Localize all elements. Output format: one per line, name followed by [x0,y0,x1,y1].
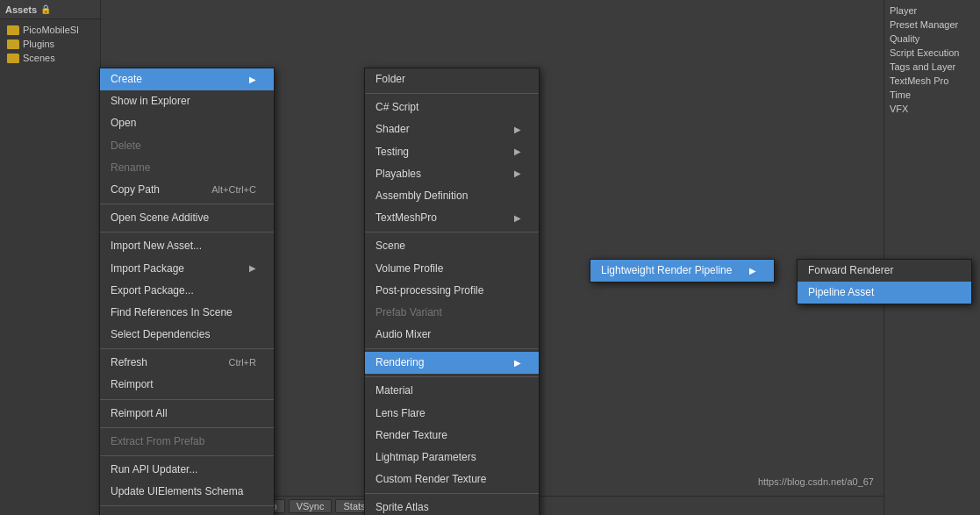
menu-item[interactable]: Playables▶ [365,163,539,185]
menu-item-label: Playables [376,166,421,182]
menu-item-label: Refresh [111,354,147,371]
menu-item-label: Lens Flare [376,405,426,422]
assets-items: PicoMobileSlPluginsScenes [0,19,100,68]
menu-item[interactable]: Lightmap Parameters [365,447,539,469]
submenu-arrow-icon: ▶ [514,123,521,137]
menu-separator [100,232,274,232]
menu-item[interactable]: Delete [100,135,274,157]
menu-item-label: Render Texture [376,427,447,444]
menu-separator [100,399,274,400]
menu-item-label: Update UIElements Schema [111,483,243,500]
menu-item[interactable]: Custom Render Texture [365,469,539,490]
rendering-submenu: Lightweight Render Pipeline▶ [590,259,775,283]
menu-separator [365,348,539,349]
right-panel-item[interactable]: Quality [890,32,975,46]
menu-item[interactable]: Copy PathAlt+Ctrl+C [100,179,274,201]
menu-item[interactable]: Import Package▶ [100,258,274,280]
submenu-arrow-icon: ▶ [514,356,521,370]
menu-separator [100,348,274,349]
menu-item[interactable]: Forward Renderer [798,260,971,282]
menu-item[interactable]: RefreshCtrl+R [100,352,274,374]
menu-separator [100,204,274,204]
menu-item[interactable]: Export Package... [100,280,274,302]
menu-item[interactable]: Volume Profile [365,258,539,280]
menu-item-label: Folder [376,71,405,88]
menu-item[interactable]: Show in Explorer [100,90,274,112]
menu-item[interactable]: Render Texture [365,425,539,447]
right-panel-item[interactable]: TextMesh Pro [890,74,975,88]
menu-item[interactable]: Pipeline Asset [798,282,971,304]
menu-item-label: Audio Mixer [376,326,431,343]
menu-item-label: Rename [111,160,150,176]
folder-icon [7,39,19,49]
menu-item[interactable]: Testing▶ [365,141,539,163]
menu-item-label: Scene [376,238,405,254]
right-panel-item[interactable]: Player [890,4,975,18]
menu-item-label: Volume Profile [376,261,443,277]
toolbar-button[interactable]: VSync [289,499,333,513]
menu-item[interactable]: TextMeshPro▶ [365,207,539,229]
assets-folder-item[interactable]: Scenes [2,51,98,65]
main-context-menu: Create▶Show in ExplorerOpenDeleteRenameC… [99,68,275,515]
submenu-arrow-icon: ▶ [514,211,521,225]
menu-item[interactable]: Update UIElements Schema [100,481,274,503]
submenu-arrow-icon: ▶ [249,261,256,275]
menu-item-label: Assembly Definition [376,188,468,204]
menu-item[interactable]: Open C# Project [100,509,274,515]
menu-item[interactable]: Lens Flare [365,403,539,425]
menu-item-label: Import New Asset... [111,238,202,254]
menu-separator [100,505,274,506]
menu-item[interactable]: Assembly Definition [365,185,539,207]
menu-item-label: Sprite Atlas [376,499,429,515]
menu-item-label: Forward Renderer [808,262,893,279]
menu-item[interactable]: Lightweight Render Pipeline▶ [590,260,774,282]
menu-item-label: Pipeline Asset [808,284,874,301]
menu-item[interactable]: Select Dependencies [100,324,274,346]
right-panel-item[interactable]: Preset Manager [890,18,975,32]
menu-item[interactable]: Reimport All [100,403,274,425]
create-submenu: FolderC# ScriptShader▶Testing▶Playables▶… [364,68,540,515]
assets-lock-icon: 🔒 [40,4,51,14]
menu-shortcut: Alt+Ctrl+C [211,182,256,198]
lightweight-submenu: Forward RendererPipeline Asset [797,259,972,304]
menu-item[interactable]: Find References In Scene [100,302,274,324]
menu-item[interactable]: Rendering▶ [365,352,539,374]
menu-item[interactable]: Open [100,112,274,134]
menu-item[interactable]: Shader▶ [365,118,539,140]
menu-item[interactable]: Rename [100,157,274,179]
right-panel-item[interactable]: VFX [890,102,975,116]
menu-item-label: Shader [376,121,410,138]
menu-item-label: C# Script [376,99,418,116]
assets-folder-item[interactable]: PicoMobileSl [2,23,98,37]
right-panel-item[interactable]: Tags and Layer [890,60,975,74]
menu-item[interactable]: Material [365,380,539,402]
menu-item[interactable]: Create▶ [100,68,274,90]
menu-item[interactable]: C# Script [365,97,539,118]
folder-label: Plugins [23,39,54,49]
menu-item[interactable]: Import New Asset... [100,235,274,257]
right-panel-item[interactable]: Script Execution [890,46,975,60]
menu-item[interactable]: Prefab Variant [365,302,539,324]
right-panel-item[interactable]: Time [890,88,975,102]
folder-icon [7,25,19,35]
menu-item-label: Open [111,115,136,132]
menu-item[interactable]: Folder [365,68,539,90]
url-badge: https://blog.csdn.net/a0_67 [753,475,879,489]
menu-item-label: Open C# Project [111,511,189,515]
menu-item[interactable]: Run API Updater... [100,459,274,481]
menu-item[interactable]: Reimport [100,374,274,396]
menu-item[interactable]: Open Scene Additive [100,207,274,229]
menu-item[interactable]: Post-processing Profile [365,280,539,302]
submenu-arrow-icon: ▶ [514,167,521,181]
menu-item-label: Testing [376,144,409,161]
submenu-arrow-icon: ▶ [249,73,256,87]
menu-item-label: Lightmap Parameters [376,449,476,466]
menu-item-label: Import Package [111,261,184,277]
menu-separator [365,493,539,494]
menu-item[interactable]: Scene [365,235,539,257]
menu-item-label: Custom Render Texture [376,471,487,488]
menu-item[interactable]: Extract From Prefab [100,431,274,453]
menu-item[interactable]: Audio Mixer [365,324,539,346]
assets-folder-item[interactable]: Plugins [2,37,98,51]
menu-item[interactable]: Sprite Atlas [365,497,539,515]
